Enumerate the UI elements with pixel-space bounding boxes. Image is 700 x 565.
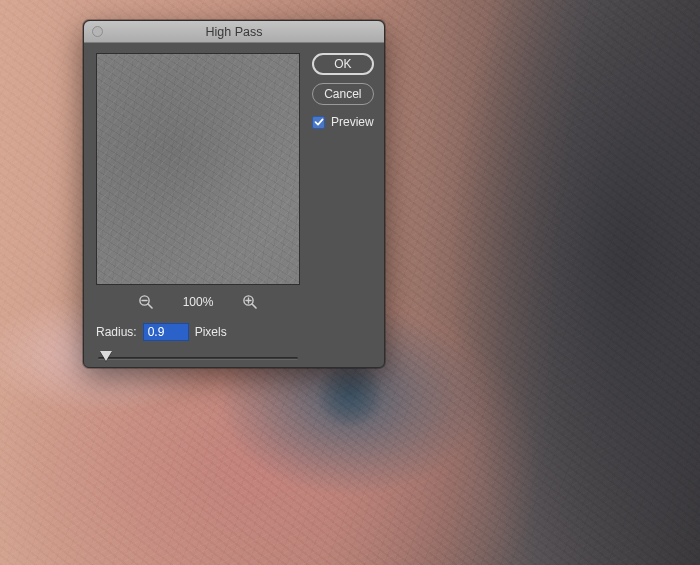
zoom-in-icon — [242, 294, 258, 310]
dialog-titlebar[interactable]: High Pass — [84, 21, 384, 43]
dialog-title: High Pass — [206, 25, 263, 39]
cancel-button[interactable]: Cancel — [312, 83, 374, 105]
svg-line-1 — [148, 304, 152, 308]
preview-checkbox[interactable] — [312, 116, 325, 129]
window-close-dot[interactable] — [92, 26, 103, 37]
zoom-in-button[interactable] — [241, 293, 259, 311]
zoom-out-icon — [138, 294, 154, 310]
cancel-button-label: Cancel — [324, 87, 361, 101]
radius-label: Radius: — [96, 325, 137, 339]
ok-button[interactable]: OK — [312, 53, 374, 75]
svg-line-4 — [252, 304, 256, 308]
high-pass-dialog: High Pass 100% — [83, 20, 385, 368]
zoom-level-label: 100% — [183, 295, 214, 309]
slider-thumb[interactable] — [100, 351, 112, 361]
filter-preview[interactable] — [96, 53, 300, 285]
check-icon — [314, 117, 324, 127]
radius-slider[interactable] — [96, 349, 300, 367]
radius-units: Pixels — [195, 325, 227, 339]
zoom-out-button[interactable] — [137, 293, 155, 311]
radius-input[interactable] — [143, 323, 189, 341]
slider-track — [98, 357, 298, 360]
preview-checkbox-label: Preview — [331, 115, 374, 129]
ok-button-label: OK — [334, 57, 351, 71]
filter-preview-texture — [97, 54, 299, 284]
